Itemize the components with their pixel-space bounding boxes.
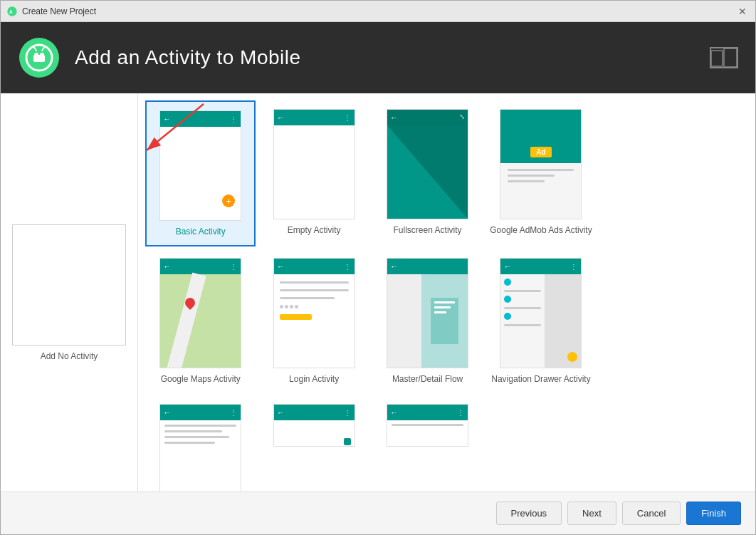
partial-activity-1-thumbnail: ← ⋮	[273, 404, 355, 447]
phone-tablet-icon	[711, 48, 737, 67]
empty-activity-label: Empty Activity	[288, 225, 341, 235]
login-activity-thumbnail: ← ⋮	[273, 258, 355, 368]
partial-activity-2[interactable]: ← ⋮	[372, 395, 483, 492]
title-bar-text: Create New Project	[22, 6, 735, 16]
add-no-activity-label: Add No Activity	[41, 351, 98, 361]
master-detail-label: Master/Detail Flow	[392, 374, 463, 384]
android-studio-icon: A	[6, 6, 18, 17]
maps-activity-option[interactable]: ← ⋮ Google Maps Activity	[145, 249, 256, 393]
scrolling-activity-option[interactable]: ← ⋮ Scrolling Activity	[145, 395, 256, 492]
main-window: A Create New Project ✕ Add an Activity t…	[0, 0, 756, 535]
svg-rect-9	[711, 51, 723, 66]
basic-activity-thumbnail: ← ⋮ +	[159, 110, 241, 221]
basic-activity-label: Basic Activity	[176, 227, 226, 237]
close-button[interactable]: ✕	[735, 6, 750, 17]
dialog-footer: Previous Next Cancel Finish	[1, 492, 755, 534]
fullscreen-activity-label: Fullscreen Activity	[394, 225, 462, 235]
maps-activity-label: Google Maps Activity	[161, 374, 241, 384]
admob-activity-label: Google AdMob Ads Activity	[490, 225, 592, 235]
master-detail-option[interactable]: ← Master/Detail Flow	[372, 249, 483, 393]
device-icon	[710, 47, 738, 68]
empty-activity-thumbnail: ← ⋮	[273, 109, 355, 219]
navdrawer-activity-thumbnail: ← ⋮	[500, 258, 582, 368]
partial-activity-2-thumbnail: ← ⋮	[387, 404, 468, 447]
add-no-activity-panel: Add No Activity	[1, 93, 138, 492]
fullscreen-activity-thumbnail: ← ⤡	[387, 109, 468, 219]
admob-activity-option[interactable]: Ad Google AdMob Ads Activity	[485, 100, 596, 246]
dialog-title: Add an Activity to Mobile	[75, 46, 301, 69]
dialog-header: Add an Activity to Mobile	[1, 22, 755, 93]
admob-activity-thumbnail: Ad	[500, 109, 582, 219]
finish-button[interactable]: Finish	[686, 502, 741, 525]
basic-activity-option[interactable]: ← ⋮ + Basic Activity	[145, 100, 256, 246]
next-button[interactable]: Next	[567, 502, 616, 525]
scrolling-activity-thumbnail: ← ⋮	[159, 404, 241, 492]
svg-text:A: A	[9, 9, 13, 14]
empty-activity-option[interactable]: ← ⋮ Empty Activity	[258, 100, 369, 246]
login-activity-option[interactable]: ← ⋮	[258, 249, 369, 393]
cancel-button[interactable]: Cancel	[622, 502, 681, 525]
fullscreen-activity-option[interactable]: ← ⤡ Fullscreen Activity	[372, 100, 483, 246]
fab-icon: +	[222, 194, 235, 207]
svg-marker-12	[387, 125, 468, 219]
partial-activity-1[interactable]: ← ⋮	[258, 395, 369, 492]
navdrawer-activity-label: Navigation Drawer Activity	[491, 374, 590, 384]
activity-grid: ← ⋮ + Basic Activity ← ⋮	[138, 93, 604, 492]
add-no-activity-option[interactable]	[12, 224, 126, 346]
svg-rect-10	[724, 48, 737, 67]
svg-point-6	[40, 53, 44, 57]
master-detail-thumbnail: ←	[387, 258, 468, 368]
title-bar: A Create New Project ✕	[1, 1, 755, 22]
android-studio-logo	[18, 36, 61, 79]
login-activity-label: Login Activity	[289, 374, 339, 384]
previous-button[interactable]: Previous	[496, 502, 562, 525]
navdrawer-activity-option[interactable]: ← ⋮	[485, 249, 596, 393]
maps-activity-thumbnail: ← ⋮	[159, 258, 241, 368]
svg-point-5	[34, 53, 38, 57]
